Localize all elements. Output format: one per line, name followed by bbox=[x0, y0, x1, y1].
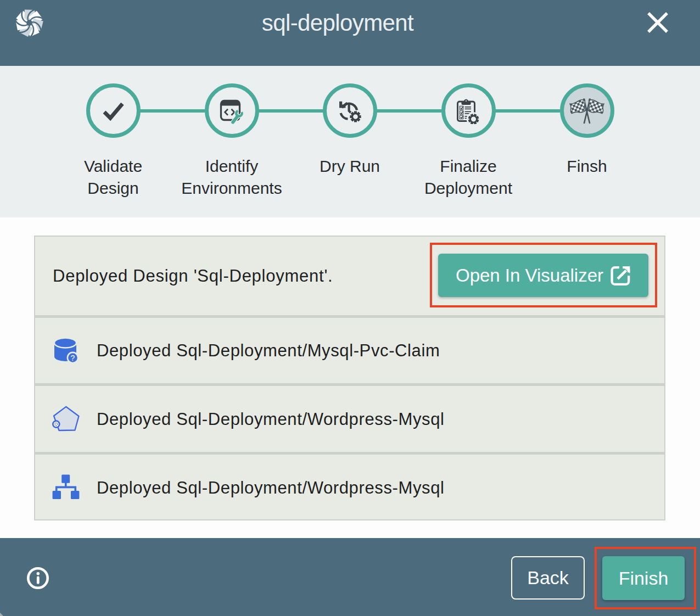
svg-text:?: ? bbox=[71, 354, 75, 362]
